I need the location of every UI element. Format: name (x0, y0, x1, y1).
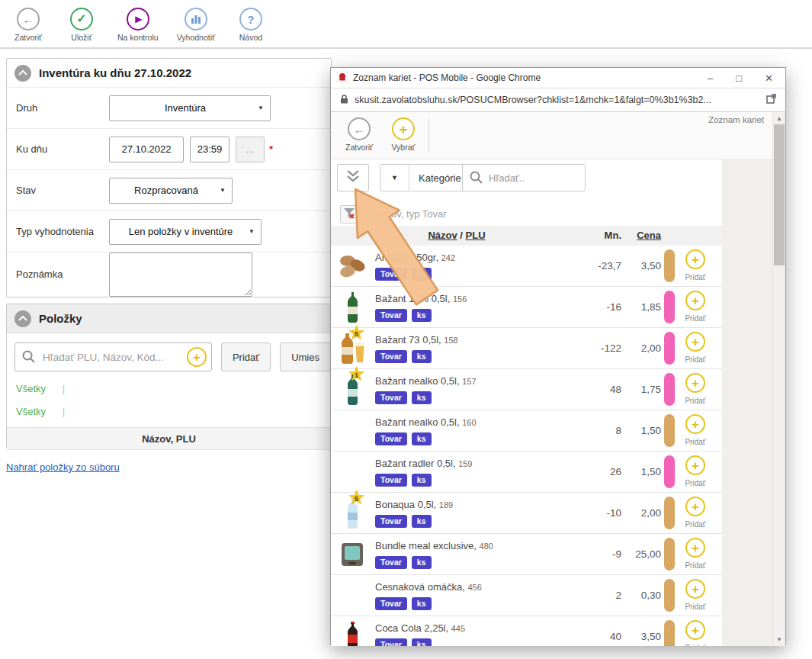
upload-items-link[interactable]: Nahrať položky zo súboru (6, 461, 120, 473)
time-input[interactable] (190, 137, 229, 162)
popup-select-label: Vybrať (392, 143, 416, 152)
sort-plu-link[interactable]: PLU (466, 230, 486, 241)
card-row[interactable]: Bažant radler 0,5l, 159 Tovarks 26 1,50 … (331, 452, 722, 493)
product-plu: 189 (439, 500, 453, 510)
collapse-chevron-icon[interactable] (14, 65, 31, 82)
qty-value: 26 (552, 466, 621, 477)
stav-select[interactable]: Rozpracovaná ▼ (109, 178, 233, 204)
chevron-down-icon: ▼ (258, 104, 264, 111)
product-plu: 456 (467, 583, 481, 592)
to-check-button[interactable]: ▶ Na kontrolu (117, 8, 159, 42)
price-value: 1,50 (628, 425, 661, 436)
sort-name-link[interactable]: Názov (428, 230, 457, 241)
bar-chart-icon (185, 8, 207, 31)
card-row[interactable]: Cesnaková omáčka, 456 Tovarks 2 0,30 + P… (331, 575, 722, 616)
play-icon: ▶ (127, 8, 149, 31)
add-plus-icon[interactable]: + (187, 347, 207, 367)
badges: Tovarks (375, 515, 432, 528)
badges: Tovarks (375, 268, 432, 281)
add-item-label: Pridať (685, 479, 705, 487)
add-item-button[interactable]: + Pridať (676, 373, 715, 407)
card-row[interactable]: Bažant nealko 0,5l, 160 Tovarks 8 1,50 +… (331, 410, 722, 452)
scrollbar-thumb[interactable] (774, 124, 785, 265)
add-item-button[interactable]: + Pridať (676, 249, 715, 283)
double-chevron-down-icon (346, 169, 360, 186)
clear-filter-button[interactable] (340, 205, 358, 223)
add-item-button[interactable]: + Pridať (676, 414, 715, 448)
maximize-button[interactable]: □ (736, 73, 742, 83)
card-table-header: Názov / PLU Mn. Cena (331, 226, 722, 246)
save-button[interactable]: ✓ Uložiť (64, 8, 99, 42)
items-table-header: Názov, PLU (7, 427, 331, 450)
type-badge: Tovar (375, 556, 407, 569)
help-button[interactable]: ? Návod (233, 8, 268, 42)
collapse-chevron-icon[interactable] (14, 310, 31, 327)
umiestnenie-button[interactable]: Umies (280, 342, 331, 371)
add-item-button[interactable]: + Pridať (676, 538, 715, 571)
url-bar[interactable]: skusit.zavolatobsluhu.sk/POSUCMBrowser?c… (331, 88, 785, 112)
sort-by-name-plu[interactable]: Názov / PLU (331, 230, 583, 241)
vertical-scrollbar[interactable]: ▲ ▼ (772, 112, 785, 646)
close-button-label: Zatvoriť (14, 33, 42, 42)
date-picker-button[interactable]: ... (236, 137, 265, 162)
product-image (335, 413, 369, 448)
popup-toolbar: ← Zatvoriť + Vybrať Zoznam kariet (331, 112, 785, 159)
qty-value: 40 (552, 631, 621, 642)
popup-select-button[interactable]: + Vybrať (386, 117, 421, 152)
popup-close-button[interactable]: ← Zatvoriť (342, 117, 377, 152)
badges: Tovarks (375, 350, 432, 363)
expand-filters-button[interactable] (337, 164, 369, 191)
card-row[interactable]: ★1 Bažant nealko 0,5l, 157 Tovarks 48 1,… (331, 369, 722, 410)
add-item-button[interactable]: + Pridať (676, 620, 715, 646)
badges: Tovarks (375, 556, 432, 569)
kategorie-dropdown-button[interactable]: ▼ (380, 165, 409, 191)
add-item-button[interactable]: + Pridať (676, 497, 715, 530)
druh-select[interactable]: Inventúra ▼ (109, 95, 271, 121)
evaluate-button[interactable]: Vyhodnotiť (177, 8, 215, 42)
card-row[interactable]: ★5 Bonaqua 0,5l, 189 Tovarks -10 2,00 + … (331, 493, 722, 534)
close-button[interactable]: ← Zatvoriť (11, 8, 46, 42)
plus-icon: + (685, 538, 705, 558)
popup-titlebar[interactable]: Zoznam kariet - POS Mobile - Google Chro… (331, 68, 785, 88)
pridat-button[interactable]: Pridať (221, 342, 271, 371)
card-row[interactable]: Bundle meal exclusive, 480 Tovarks -9 25… (331, 534, 722, 575)
type-badge: ks (412, 556, 432, 569)
typ-select[interactable]: Len položky v inventúre ▼ (109, 219, 262, 245)
main-toolbar: ← Zatvoriť ✓ Uložiť ▶ Na kontrolu Vyhodn… (0, 0, 812, 47)
card-row[interactable]: ★5 Bažant 73 0,5l, 158 Tovarks -122 2,00… (331, 328, 722, 369)
open-in-new-icon[interactable] (766, 94, 776, 106)
product-plu: 158 (444, 336, 457, 345)
scroll-up-arrow[interactable]: ▲ (773, 113, 785, 124)
add-item-label: Pridať (685, 603, 705, 611)
poznamka-textarea[interactable] (109, 252, 252, 297)
vsetky-link-1[interactable]: Všetky (16, 383, 46, 394)
item-search-placeholder: Hľadať PLU, Názov, Kód... (43, 352, 164, 363)
badges: Tovarks (375, 309, 432, 322)
badges: Tovarks (375, 391, 432, 404)
vsetky-link-2[interactable]: Všetky (16, 406, 46, 417)
product-name: Bažant 73 0,5l, (375, 334, 444, 346)
add-item-button[interactable]: + Pridať (676, 332, 715, 365)
price-value: 3,50 (628, 260, 661, 272)
minimize-button[interactable]: – (708, 73, 713, 83)
scroll-down-arrow[interactable]: ▼ (773, 634, 785, 645)
qty-value: -16 (552, 301, 621, 313)
add-item-button[interactable]: + Pridať (676, 579, 715, 612)
stock-bar (664, 291, 675, 323)
price-value: 1,75 (628, 384, 661, 395)
type-badge: Tovar (375, 268, 407, 281)
date-input[interactable] (109, 137, 184, 162)
evaluate-button-label: Vyhodnotiť (177, 33, 215, 42)
sort-price-link[interactable]: Cena (628, 230, 661, 241)
add-item-button[interactable]: + Pridať (676, 291, 715, 324)
druh-select-value: Inventúra (165, 102, 206, 114)
card-search-input[interactable]: Hľadať.. (462, 164, 586, 191)
close-window-button[interactable]: ✕ (765, 73, 773, 83)
card-row[interactable]: Arašidy ; 50gr, 242 Tovarks -23,7 3,50 +… (331, 246, 722, 287)
add-item-button[interactable]: + Pridať (676, 455, 715, 489)
card-row[interactable]: Bažant 12% 0,5l, 156 Tovarks -16 1,85 + … (331, 287, 722, 328)
filter-remove-icon (343, 207, 355, 222)
card-row[interactable]: Coca Cola 2,25l, 445 Tovarks 40 3,50 + P… (331, 616, 722, 646)
item-search-input[interactable]: Hľadať PLU, Názov, Kód... + (14, 342, 212, 371)
product-name: Bažant nealko 0,5l, (375, 416, 462, 428)
